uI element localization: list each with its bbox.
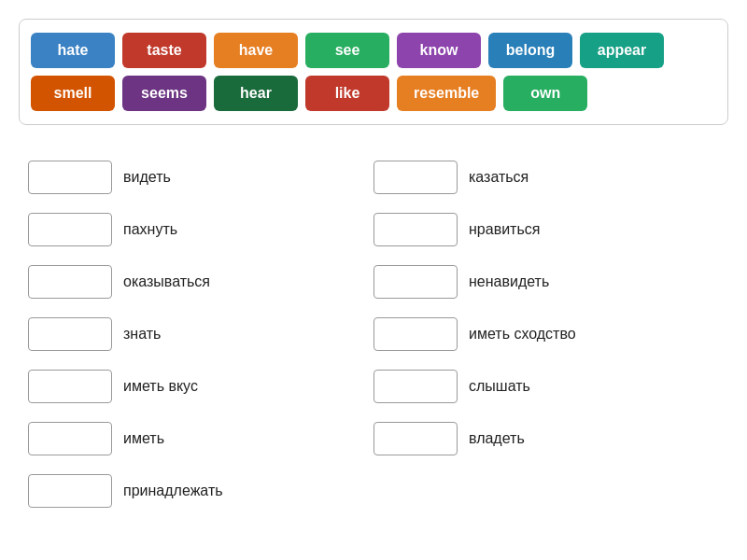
answer-box-left-4[interactable] <box>28 317 112 351</box>
word-bank: hatetastehaveseeknowbelongappearsmellsee… <box>19 19 728 125</box>
word-tile-see[interactable]: see <box>305 33 389 68</box>
word-tile-smell[interactable]: smell <box>31 76 115 111</box>
answer-box-right-4[interactable] <box>374 317 458 351</box>
translation-left-7: принадлежать <box>123 483 223 499</box>
answer-box-left-5[interactable] <box>28 370 112 403</box>
answer-box-right-1[interactable] <box>374 161 458 194</box>
match-row: слышать <box>374 360 719 413</box>
match-row: видеть <box>28 151 374 203</box>
translation-right-2: нравиться <box>469 221 540 238</box>
answer-box-right-5[interactable] <box>374 370 458 403</box>
match-row: оказываться <box>28 256 374 308</box>
word-tile-seems[interactable]: seems <box>122 76 206 111</box>
answer-box-left-2[interactable] <box>28 213 112 246</box>
translation-right-4: иметь сходство <box>469 326 576 343</box>
word-tile-own[interactable]: own <box>503 76 587 111</box>
match-row: иметь <box>28 413 374 465</box>
word-tile-like[interactable]: like <box>305 76 389 111</box>
word-tile-taste[interactable]: taste <box>122 33 206 68</box>
word-tile-know[interactable]: know <box>397 33 481 68</box>
translation-right-3: ненавидеть <box>469 273 549 290</box>
match-row: владеть <box>374 413 719 465</box>
word-tile-belong[interactable]: belong <box>488 33 572 68</box>
match-row: ненавидеть <box>374 256 719 308</box>
match-row: казаться <box>374 151 719 203</box>
answer-box-left-3[interactable] <box>28 265 112 299</box>
match-row: нравиться <box>374 203 719 256</box>
translation-left-4: знать <box>123 326 161 343</box>
translation-left-1: видеть <box>123 169 171 186</box>
answer-box-left-6[interactable] <box>28 422 112 455</box>
left-column: видетьпахнутьоказыватьсязнатьиметь вкуси… <box>28 151 374 517</box>
answer-box-right-6[interactable] <box>374 422 458 455</box>
match-row: пахнуть <box>28 203 374 256</box>
word-tile-have[interactable]: have <box>214 33 298 68</box>
translation-right-6: владеть <box>469 430 525 447</box>
word-tile-hate[interactable]: hate <box>31 33 115 68</box>
translation-right-1: казаться <box>469 169 529 186</box>
translation-left-3: оказываться <box>123 273 210 290</box>
match-row: принадлежать <box>28 465 374 517</box>
word-tile-resemble[interactable]: resemble <box>397 76 496 111</box>
word-tile-appear[interactable]: appear <box>580 33 664 68</box>
match-row: иметь вкус <box>28 360 374 413</box>
translation-left-2: пахнуть <box>123 221 177 238</box>
match-area: видетьпахнутьоказыватьсязнатьиметь вкуси… <box>19 151 728 517</box>
answer-box-right-3[interactable] <box>374 265 458 299</box>
right-column: казатьсянравитьсяненавидетьиметь сходств… <box>374 151 719 517</box>
word-tile-hear[interactable]: hear <box>214 76 298 111</box>
translation-right-5: слышать <box>469 378 530 395</box>
answer-box-right-2[interactable] <box>374 213 458 246</box>
answer-box-left-1[interactable] <box>28 161 112 194</box>
answer-box-left-7[interactable] <box>28 474 112 508</box>
match-row: знать <box>28 308 374 360</box>
translation-left-6: иметь <box>123 430 164 447</box>
match-row: иметь сходство <box>374 308 719 360</box>
translation-left-5: иметь вкус <box>123 378 198 395</box>
